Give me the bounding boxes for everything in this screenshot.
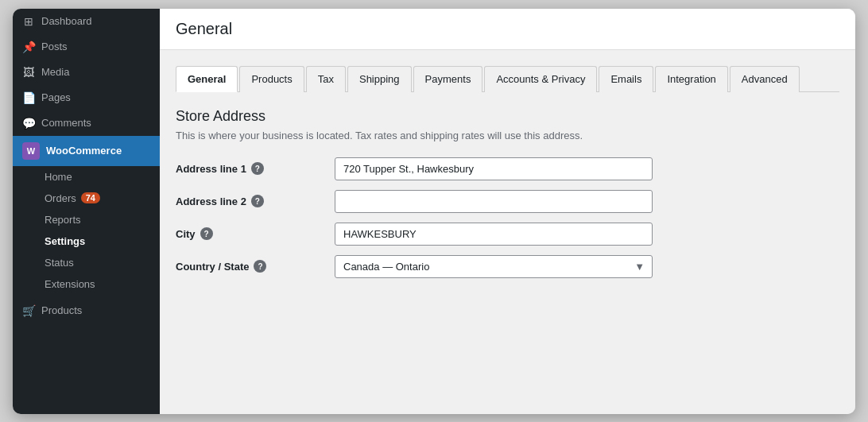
tab-shipping[interactable]: Shipping (347, 66, 412, 92)
main-content: General General Products Tax Shipping Pa… (160, 9, 855, 414)
tab-payments[interactable]: Payments (413, 66, 483, 92)
city-row: City ? (176, 223, 839, 246)
sidebar-item-posts[interactable]: 📌 Posts (13, 34, 160, 60)
products-icon: 🛒 (22, 304, 35, 317)
tab-general[interactable]: General (176, 66, 238, 92)
city-input-wrapper (335, 223, 653, 246)
city-help[interactable]: ? (200, 227, 213, 240)
tab-tax[interactable]: Tax (306, 66, 346, 92)
page-header: General (160, 9, 855, 50)
address-line-1-input[interactable] (335, 157, 653, 180)
address-line-1-help[interactable]: ? (251, 162, 264, 175)
comments-icon: 💬 (22, 117, 35, 130)
country-state-select-wrapper: Canada — Ontario Canada — British Columb… (335, 255, 653, 278)
sub-item-reports[interactable]: Reports (13, 209, 160, 230)
tab-advanced[interactable]: Advanced (730, 66, 800, 92)
pages-icon: 📄 (22, 91, 35, 104)
sidebar-item-products[interactable]: 🛒 Products (13, 298, 160, 323)
address-line-2-help[interactable]: ? (251, 195, 264, 207)
sub-item-orders[interactable]: Orders 74 (13, 188, 160, 209)
address-line-2-row: Address line 2 ? (176, 190, 839, 213)
sub-item-extensions[interactable]: Extensions (13, 273, 160, 295)
woocommerce-icon: W (22, 142, 40, 160)
tab-integration[interactable]: Integration (655, 66, 727, 92)
address-line-2-label: Address line 2 ? (176, 195, 335, 207)
tab-products[interactable]: Products (239, 66, 304, 92)
sidebar: ⊞ Dashboard 📌 Posts 🖼 Media 📄 Pages 💬 Co… (13, 9, 160, 414)
sub-item-status[interactable]: Status (13, 252, 160, 273)
woocommerce-section[interactable]: W WooCommerce (13, 136, 160, 166)
sidebar-item-pages[interactable]: 📄 Pages (13, 85, 160, 110)
country-state-label: Country / State ? (176, 260, 335, 273)
tab-accounts-privacy[interactable]: Accounts & Privacy (484, 66, 597, 92)
country-state-input-wrapper: Canada — Ontario Canada — British Columb… (335, 255, 653, 278)
main-window: ⊞ Dashboard 📌 Posts 🖼 Media 📄 Pages 💬 Co… (13, 9, 855, 414)
media-icon: 🖼 (22, 66, 35, 79)
address-line-1-input-wrapper (335, 157, 653, 180)
sub-item-settings[interactable]: Settings (13, 230, 160, 252)
tab-emails[interactable]: Emails (599, 66, 653, 92)
sidebar-item-comments[interactable]: 💬 Comments (13, 110, 160, 136)
address-line-2-input[interactable] (335, 190, 653, 213)
city-label: City ? (176, 227, 335, 240)
settings-tabs: General Products Tax Shipping Payments A… (176, 66, 839, 92)
page-title: General (176, 20, 839, 38)
sidebar-item-dashboard[interactable]: ⊞ Dashboard (13, 9, 160, 34)
address-line-1-row: Address line 1 ? (176, 157, 839, 180)
sidebar-item-media[interactable]: 🖼 Media (13, 60, 160, 85)
country-state-select[interactable]: Canada — Ontario Canada — British Columb… (335, 255, 653, 278)
woocommerce-submenu: Home Orders 74 Reports Settings Status E… (13, 166, 160, 295)
section-description: This is where your business is located. … (176, 130, 839, 141)
city-input[interactable] (335, 223, 653, 246)
address-line-2-input-wrapper (335, 190, 653, 213)
section-title: Store Address (176, 108, 839, 125)
orders-badge: 74 (81, 192, 100, 203)
dashboard-icon: ⊞ (22, 15, 35, 28)
content-area: General Products Tax Shipping Payments A… (160, 50, 855, 414)
sub-item-home[interactable]: Home (13, 166, 160, 188)
posts-icon: 📌 (22, 41, 35, 53)
address-line-1-label: Address line 1 ? (176, 162, 335, 175)
country-state-row: Country / State ? Canada — Ontario Canad… (176, 255, 839, 278)
country-state-help[interactable]: ? (254, 260, 266, 273)
